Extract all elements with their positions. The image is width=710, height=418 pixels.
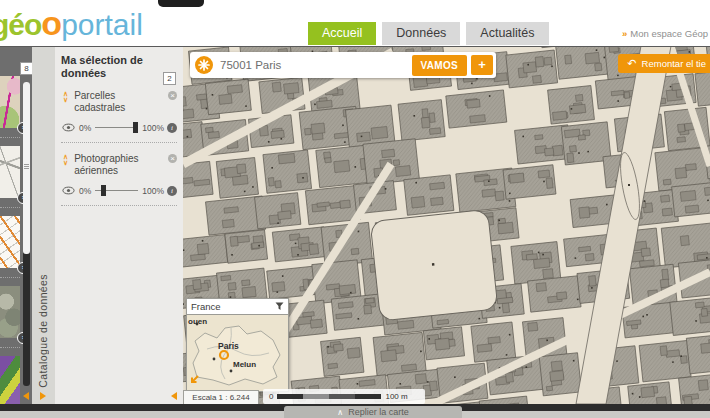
scale-bar: 0 100 m xyxy=(263,389,425,404)
catalog-thumbnail-list: › › › › xyxy=(0,76,20,404)
scale-segment xyxy=(355,394,381,399)
geoportail-page: géooportail Accueil Données Actualités »… xyxy=(0,0,710,418)
layer-reorder-control[interactable]: ∧∨ xyxy=(63,154,68,166)
overview-resize-handle[interactable] xyxy=(189,371,200,389)
catalog-separator xyxy=(0,207,20,208)
move-down-icon[interactable]: ∨ xyxy=(63,97,68,103)
layer-item-parcelles: ∧∨ Parcelles cadastrales × 0% 100% i xyxy=(61,90,177,143)
map-viewport: VAMOS + ↶ Remontar el tie France xyxy=(183,46,710,404)
catalog-separator xyxy=(0,137,20,138)
logo-geo-text: géo xyxy=(0,8,41,41)
logo-portail-text: portail xyxy=(61,8,143,41)
topo-map-thumbnail[interactable]: › xyxy=(0,76,20,128)
catalog-collapse-arrow[interactable] xyxy=(23,392,29,400)
nav-tab-actualites[interactable]: Actualités xyxy=(466,22,548,45)
overview-town-label: Melun xyxy=(233,360,256,369)
eye-icon xyxy=(62,186,75,195)
scale-segment xyxy=(303,394,329,399)
move-down-icon[interactable]: ∨ xyxy=(63,160,68,166)
overview-region-label: France xyxy=(191,301,275,312)
link-chevron-icon: » xyxy=(622,28,627,39)
browser-notch-decoration xyxy=(158,0,204,7)
catalog-scrollbar-thumb[interactable] xyxy=(23,82,30,254)
geoportail-compass-icon xyxy=(195,56,213,74)
layer-separator xyxy=(61,205,177,206)
opacity-slider-handle[interactable] xyxy=(101,185,106,196)
layer-visibility-toggle[interactable] xyxy=(62,123,75,132)
overview-town-label: ouen xyxy=(188,317,207,326)
search-bar: VAMOS + xyxy=(190,52,496,78)
opacity-min-label: 0% xyxy=(79,186,91,196)
header: géooportail Accueil Données Actualités »… xyxy=(0,0,710,47)
selection-title: Ma sélection de données xyxy=(61,54,151,80)
my-space-link[interactable]: »Mon espace Géop xyxy=(622,28,708,39)
chevron-up-icon: ∧ xyxy=(337,408,343,417)
layer-name: Photographies aériennes xyxy=(74,153,168,177)
landcover-map-thumbnail[interactable] xyxy=(0,356,20,404)
scrollbar-grip-icon xyxy=(24,166,29,167)
layer-visibility-toggle[interactable] xyxy=(62,186,75,195)
layer-info-button[interactable]: i xyxy=(167,186,177,196)
logo-o-text: o xyxy=(41,4,61,42)
main-nav: Accueil Données Actualités xyxy=(308,22,549,45)
opacity-slider[interactable] xyxy=(95,185,138,196)
time-travel-button[interactable]: ↶ Remontar el tie xyxy=(618,54,710,73)
opacity-max-label: 100% xyxy=(142,186,164,196)
layer-info-button[interactable]: i xyxy=(167,123,177,133)
catalog-separator xyxy=(0,277,20,278)
layer-reorder-control[interactable]: ∧∨ xyxy=(63,91,68,103)
nav-tab-donnees[interactable]: Données xyxy=(382,22,460,45)
layer-item-photographies: ∧∨ Photographies aériennes × 0% 100% i xyxy=(61,153,177,206)
collapse-map-label: Replier la carte xyxy=(348,407,409,417)
geoportail-logo[interactable]: géooportail xyxy=(0,4,143,43)
selection-panel: Ma sélection de données 2 ∧∨ Parcelles c… xyxy=(55,46,184,404)
scale-ratio-label: Escala 1 : 6.244 xyxy=(183,390,259,404)
my-space-label: Mon espace Géop xyxy=(630,28,708,39)
opacity-min-label: 0% xyxy=(79,123,91,133)
overview-map-drawing xyxy=(187,315,288,389)
overview-town-label: Paris xyxy=(218,341,239,351)
city-plan-thumbnail[interactable]: › xyxy=(0,146,20,198)
collapse-map-tab[interactable]: ∧Replier la carte xyxy=(284,406,462,418)
catalog-expand-arrow[interactable] xyxy=(40,392,46,400)
search-submit-button[interactable]: VAMOS xyxy=(412,55,467,76)
eye-icon xyxy=(62,123,75,132)
overview-region-selector[interactable]: France xyxy=(186,298,289,315)
layer-name: Parcelles cadastrales xyxy=(74,90,168,114)
selection-collapse-arrow[interactable] xyxy=(171,392,177,400)
filter-icon[interactable] xyxy=(275,302,284,311)
scale-end-label: 100 m xyxy=(385,392,407,401)
road-map-thumbnail[interactable]: › xyxy=(0,216,20,268)
catalog-tab-label[interactable]: Catalogue de données xyxy=(37,274,49,388)
aerial-photo-thumbnail[interactable]: › xyxy=(0,286,20,338)
layer-remove-button[interactable]: × xyxy=(168,91,177,100)
selection-count-badge: 2 xyxy=(163,72,176,85)
time-travel-label: Remontar el tie xyxy=(642,58,706,69)
scale-start-label: 0 xyxy=(269,392,273,401)
catalog-strip: › › › › 8 xyxy=(0,46,32,404)
scale-segment xyxy=(329,394,355,399)
nav-tab-accueil[interactable]: Accueil xyxy=(308,22,376,45)
undo-arrow-icon: ↶ xyxy=(627,59,636,68)
opacity-slider-handle[interactable] xyxy=(133,122,138,133)
overview-minimap: France ouen Paris Melun xyxy=(186,298,289,392)
catalog-count-badge: 8 xyxy=(20,62,32,75)
search-add-button[interactable]: + xyxy=(471,55,493,75)
search-input[interactable] xyxy=(218,58,412,72)
catalog-tab[interactable]: Catalogue de données xyxy=(32,46,56,404)
catalog-separator xyxy=(0,347,20,348)
scale-segment xyxy=(277,394,303,399)
layer-separator xyxy=(61,142,177,143)
layer-remove-button[interactable]: × xyxy=(168,154,177,163)
overview-map[interactable]: ouen Paris Melun xyxy=(186,315,289,392)
opacity-slider[interactable] xyxy=(95,122,138,133)
opacity-max-label: 100% xyxy=(142,123,164,133)
catalog-scrollbar[interactable] xyxy=(23,82,30,386)
